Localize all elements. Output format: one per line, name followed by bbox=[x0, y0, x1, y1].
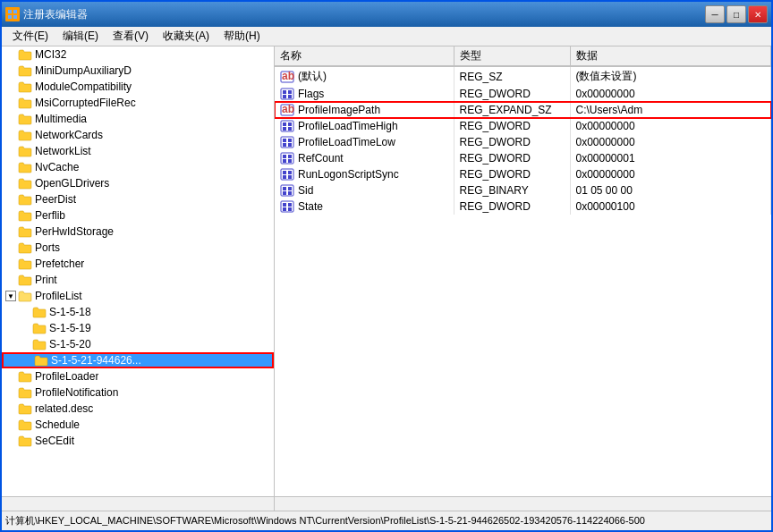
svg-rect-20 bbox=[288, 139, 292, 142]
expand-btn-profileloader[interactable] bbox=[5, 371, 16, 382]
reg-name-profileloadtimehigh: ProfileLoadTimeHigh bbox=[275, 118, 454, 134]
expand-btn-s-1-5-20[interactable] bbox=[20, 339, 30, 350]
tree-label-profilenotification: ProfileNotification bbox=[35, 386, 118, 399]
reg-row-profileimagepath[interactable]: abProfileImagePathREG_EXPAND_SZC:\Users\… bbox=[275, 102, 771, 118]
expand-btn-mci32[interactable] bbox=[5, 49, 16, 60]
menu-help[interactable]: 帮助(H) bbox=[217, 27, 268, 46]
reg-row-state[interactable]: StateREG_DWORD0x00000100 bbox=[275, 198, 771, 215]
expand-btn-profilelist[interactable]: ▼ bbox=[5, 291, 16, 301]
window-controls: ─ □ ✕ bbox=[705, 5, 768, 23]
tree-label-perhwidstorage: PerHwIdStorage bbox=[35, 225, 114, 238]
tree-item-s-1-5-21-944626[interactable]: S-1-5-21-944626... bbox=[2, 352, 274, 368]
registry-scroll[interactable]: 名称 类型 数据 ab(默认)REG_SZ(数值未设置) FlagsREG_DW… bbox=[275, 46, 771, 496]
expand-btn-minidump[interactable] bbox=[5, 65, 16, 76]
svg-rect-7 bbox=[283, 90, 286, 94]
expand-btn-multimedia[interactable] bbox=[5, 114, 16, 124]
reg-row-flags[interactable]: FlagsREG_DWORD0x00000000 bbox=[275, 86, 771, 102]
tree-item-ports[interactable]: Ports bbox=[2, 240, 274, 256]
reg-row-profileloadtimelow[interactable]: ProfileLoadTimeLowREG_DWORD0x00000000 bbox=[275, 134, 771, 150]
reg-row-sid[interactable]: SidREG_BINARY01 05 00 00 bbox=[275, 182, 771, 198]
tree-item-opengldrivers[interactable]: OpenGLDrivers bbox=[2, 175, 274, 191]
tree-item-profileloader[interactable]: ProfileLoader bbox=[2, 368, 274, 384]
expand-btn-nvcache[interactable] bbox=[5, 162, 16, 173]
menu-edit[interactable]: 编辑(E) bbox=[55, 27, 106, 46]
expand-btn-prefetcher[interactable] bbox=[5, 258, 16, 269]
tree-item-perhwidstorage[interactable]: PerHwIdStorage bbox=[2, 224, 274, 240]
menu-file[interactable]: 文件(E) bbox=[5, 27, 55, 46]
tree-item-perflib[interactable]: Perflib bbox=[2, 207, 274, 224]
svg-rect-31 bbox=[283, 175, 286, 179]
tree-hscroll[interactable] bbox=[2, 496, 275, 511]
status-path: 计算机\HKEY_LOCAL_MACHINE\SOFTWARE\Microsof… bbox=[5, 514, 645, 528]
tree-item-profilelist[interactable]: ▼ProfileList bbox=[2, 288, 274, 304]
reg-name-sid: Sid bbox=[275, 182, 454, 198]
reg-row-runlogonscriptsync[interactable]: RunLogonScriptSyncREG_DWORD0x00000000 bbox=[275, 166, 771, 182]
expand-btn-networkcards[interactable] bbox=[5, 130, 16, 140]
tree-item-schedule[interactable]: Schedule bbox=[2, 417, 274, 433]
svg-rect-2 bbox=[8, 15, 12, 19]
tree-item-networklist[interactable]: NetworkList bbox=[2, 143, 274, 159]
reg-name-default: ab(默认) bbox=[275, 66, 454, 86]
expand-btn-s-1-5-18[interactable] bbox=[20, 307, 30, 317]
tree-item-prefetcher[interactable]: Prefetcher bbox=[2, 256, 274, 272]
tree-item-mci32[interactable]: MCI32 bbox=[2, 46, 274, 63]
expand-btn-s-1-5-21-944626[interactable] bbox=[21, 355, 32, 366]
tree-item-networkcards[interactable]: NetworkCards bbox=[2, 127, 274, 143]
tree-label-s-1-5-20: S-1-5-20 bbox=[49, 338, 91, 350]
tree-item-peerdist[interactable]: PeerDist bbox=[2, 191, 274, 207]
tree-item-profilenotification[interactable]: ProfileNotification bbox=[2, 384, 274, 401]
expand-btn-print[interactable] bbox=[5, 274, 16, 285]
reg-row-profileloadtimehigh[interactable]: ProfileLoadTimeHighREG_DWORD0x00000000 bbox=[275, 118, 771, 134]
window-title: 注册表编辑器 bbox=[23, 7, 88, 22]
tree-item-modulecompat[interactable]: ModuleCompatibility bbox=[2, 79, 274, 95]
folder-icon-networklist bbox=[18, 145, 32, 157]
maximize-button[interactable]: □ bbox=[726, 5, 746, 23]
tree-item-multimedia[interactable]: Multimedia bbox=[2, 111, 274, 127]
tree-item-s-1-5-19[interactable]: S-1-5-19 bbox=[2, 320, 274, 336]
expand-btn-opengldrivers[interactable] bbox=[5, 178, 16, 189]
expand-btn-networklist[interactable] bbox=[5, 146, 16, 156]
tree-item-secedit[interactable]: SeCEdit bbox=[2, 433, 274, 449]
expand-btn-schedule[interactable] bbox=[5, 419, 16, 430]
tree-label-s-1-5-18: S-1-5-18 bbox=[49, 306, 91, 318]
tree-item-nvcache[interactable]: NvCache bbox=[2, 159, 274, 175]
tree-item-print[interactable]: Print bbox=[2, 272, 274, 288]
app-icon bbox=[5, 7, 20, 21]
folder-icon-opengldrivers bbox=[18, 177, 32, 190]
tree-item-relateddesc[interactable]: related.desc bbox=[2, 401, 274, 417]
expand-btn-s-1-5-19[interactable] bbox=[20, 323, 30, 334]
svg-rect-37 bbox=[288, 191, 292, 195]
tree-item-msicorrupted[interactable]: MsiCorruptedFileRec bbox=[2, 95, 274, 111]
expand-btn-secedit[interactable] bbox=[5, 435, 16, 446]
svg-rect-17 bbox=[288, 127, 292, 131]
expand-btn-msicorrupted[interactable] bbox=[5, 97, 16, 108]
svg-rect-26 bbox=[283, 159, 286, 163]
tree-label-secedit: SeCEdit bbox=[35, 435, 74, 447]
expand-btn-ports[interactable] bbox=[5, 242, 16, 253]
tree-item-s-1-5-20[interactable]: S-1-5-20 bbox=[2, 336, 274, 352]
tree-label-ports: Ports bbox=[35, 241, 60, 254]
expand-btn-modulecompat[interactable] bbox=[5, 81, 16, 92]
menu-favorites[interactable]: 收藏夹(A) bbox=[156, 27, 217, 46]
tree-label-mci32: MCI32 bbox=[35, 48, 66, 61]
expand-btn-perhwidstorage[interactable] bbox=[5, 226, 16, 237]
reg-data-profileloadtimelow: 0x00000000 bbox=[570, 134, 771, 150]
expand-btn-profilenotification[interactable] bbox=[5, 387, 16, 398]
reg-hscroll[interactable] bbox=[275, 496, 771, 511]
close-button[interactable]: ✕ bbox=[748, 5, 768, 23]
folder-icon-secedit bbox=[18, 435, 32, 447]
tree-item-minidump[interactable]: MiniDumpAuxiliaryD bbox=[2, 63, 274, 79]
tree-item-s-1-5-18[interactable]: S-1-5-18 bbox=[2, 304, 274, 320]
reg-row-default[interactable]: ab(默认)REG_SZ(数值未设置) bbox=[275, 66, 771, 86]
reg-type-profileimagepath: REG_EXPAND_SZ bbox=[454, 102, 570, 118]
expand-btn-peerdist[interactable] bbox=[5, 194, 16, 205]
main-content: MCI32MiniDumpAuxiliaryDModuleCompatibili… bbox=[2, 46, 771, 496]
reg-row-refcount[interactable]: RefCountREG_DWORD0x00000001 bbox=[275, 150, 771, 166]
minimize-button[interactable]: ─ bbox=[705, 5, 725, 23]
menu-view[interactable]: 查看(V) bbox=[106, 27, 156, 46]
svg-rect-40 bbox=[288, 203, 292, 207]
reg-data-sid: 01 05 00 00 bbox=[570, 182, 771, 198]
expand-btn-perflib[interactable] bbox=[5, 210, 16, 221]
expand-btn-relateddesc[interactable] bbox=[5, 403, 16, 414]
tree-scroll[interactable]: MCI32MiniDumpAuxiliaryDModuleCompatibili… bbox=[2, 46, 274, 496]
